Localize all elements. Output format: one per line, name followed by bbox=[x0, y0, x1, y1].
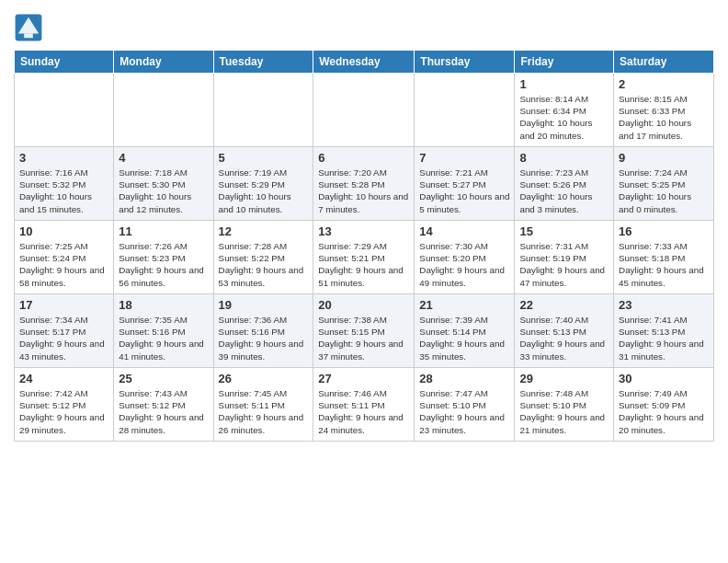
calendar-table: SundayMondayTuesdayWednesdayThursdayFrid… bbox=[14, 50, 714, 442]
day-info: Sunrise: 7:41 AM Sunset: 5:13 PM Dayligh… bbox=[619, 314, 709, 362]
day-number: 17 bbox=[19, 298, 108, 312]
calendar-cell bbox=[114, 74, 213, 147]
day-info: Sunrise: 7:18 AM Sunset: 5:30 PM Dayligh… bbox=[119, 167, 208, 215]
day-info: Sunrise: 7:46 AM Sunset: 5:11 PM Dayligh… bbox=[318, 387, 409, 436]
col-header-thursday: Thursday bbox=[415, 51, 515, 74]
day-info: Sunrise: 7:49 AM Sunset: 5:09 PM Dayligh… bbox=[619, 387, 709, 436]
calendar-cell: 6Sunrise: 7:20 AM Sunset: 5:28 PM Daylig… bbox=[313, 147, 415, 221]
day-number: 9 bbox=[619, 151, 709, 165]
day-number: 21 bbox=[419, 298, 509, 312]
calendar-cell: 2Sunrise: 8:15 AM Sunset: 6:33 PM Daylig… bbox=[614, 74, 714, 147]
calendar-cell: 7Sunrise: 7:21 AM Sunset: 5:27 PM Daylig… bbox=[415, 147, 515, 221]
day-number: 19 bbox=[219, 298, 309, 312]
week-row-2: 3Sunrise: 7:16 AM Sunset: 5:32 PM Daylig… bbox=[15, 147, 714, 221]
day-number: 7 bbox=[419, 151, 509, 165]
day-info: Sunrise: 7:43 AM Sunset: 5:12 PM Dayligh… bbox=[119, 387, 208, 436]
day-number: 22 bbox=[519, 298, 609, 312]
col-header-wednesday: Wednesday bbox=[313, 51, 415, 74]
calendar-cell: 13Sunrise: 7:29 AM Sunset: 5:21 PM Dayli… bbox=[313, 221, 415, 294]
calendar-cell: 12Sunrise: 7:28 AM Sunset: 5:22 PM Dayli… bbox=[213, 221, 313, 294]
day-info: Sunrise: 7:29 AM Sunset: 5:21 PM Dayligh… bbox=[318, 240, 409, 289]
day-info: Sunrise: 7:24 AM Sunset: 5:25 PM Dayligh… bbox=[619, 167, 709, 215]
day-number: 11 bbox=[119, 224, 208, 238]
calendar-cell: 10Sunrise: 7:25 AM Sunset: 5:24 PM Dayli… bbox=[15, 221, 114, 294]
calendar-body: 1Sunrise: 8:14 AM Sunset: 6:34 PM Daylig… bbox=[15, 74, 714, 442]
day-number: 28 bbox=[419, 372, 509, 385]
calendar-cell: 24Sunrise: 7:42 AM Sunset: 5:12 PM Dayli… bbox=[15, 368, 114, 442]
day-number: 15 bbox=[519, 224, 609, 238]
day-number: 8 bbox=[519, 151, 609, 165]
calendar-cell: 30Sunrise: 7:49 AM Sunset: 5:09 PM Dayli… bbox=[614, 368, 714, 442]
week-row-4: 17Sunrise: 7:34 AM Sunset: 5:17 PM Dayli… bbox=[15, 294, 714, 368]
day-number: 27 bbox=[318, 372, 409, 385]
calendar-cell: 11Sunrise: 7:26 AM Sunset: 5:23 PM Dayli… bbox=[114, 221, 213, 294]
calendar-cell: 8Sunrise: 7:23 AM Sunset: 5:26 PM Daylig… bbox=[515, 147, 614, 221]
day-number: 14 bbox=[419, 224, 509, 238]
col-header-sunday: Sunday bbox=[15, 51, 114, 74]
calendar-cell: 27Sunrise: 7:46 AM Sunset: 5:11 PM Dayli… bbox=[313, 368, 415, 442]
day-number: 3 bbox=[19, 151, 108, 165]
calendar-cell: 22Sunrise: 7:40 AM Sunset: 5:13 PM Dayli… bbox=[515, 294, 614, 368]
calendar-cell: 9Sunrise: 7:24 AM Sunset: 5:25 PM Daylig… bbox=[614, 147, 714, 221]
calendar-cell: 15Sunrise: 7:31 AM Sunset: 5:19 PM Dayli… bbox=[515, 221, 614, 294]
day-info: Sunrise: 7:30 AM Sunset: 5:20 PM Dayligh… bbox=[419, 240, 509, 289]
day-number: 6 bbox=[318, 151, 409, 165]
col-header-friday: Friday bbox=[515, 51, 614, 74]
day-info: Sunrise: 7:38 AM Sunset: 5:15 PM Dayligh… bbox=[318, 314, 409, 362]
day-info: Sunrise: 7:48 AM Sunset: 5:10 PM Dayligh… bbox=[519, 387, 609, 436]
day-info: Sunrise: 7:33 AM Sunset: 5:18 PM Dayligh… bbox=[619, 240, 709, 289]
calendar-cell: 14Sunrise: 7:30 AM Sunset: 5:20 PM Dayli… bbox=[415, 221, 515, 294]
day-number: 30 bbox=[619, 372, 709, 385]
day-info: Sunrise: 7:21 AM Sunset: 5:27 PM Dayligh… bbox=[419, 167, 509, 215]
header-row: SundayMondayTuesdayWednesdayThursdayFrid… bbox=[15, 51, 714, 74]
day-number: 25 bbox=[119, 372, 208, 385]
calendar-cell: 29Sunrise: 7:48 AM Sunset: 5:10 PM Dayli… bbox=[515, 368, 614, 442]
calendar-cell: 18Sunrise: 7:35 AM Sunset: 5:16 PM Dayli… bbox=[114, 294, 213, 368]
day-number: 24 bbox=[19, 372, 108, 385]
calendar-cell: 20Sunrise: 7:38 AM Sunset: 5:15 PM Dayli… bbox=[313, 294, 415, 368]
calendar-cell: 16Sunrise: 7:33 AM Sunset: 5:18 PM Dayli… bbox=[614, 221, 714, 294]
day-info: Sunrise: 7:26 AM Sunset: 5:23 PM Dayligh… bbox=[119, 240, 208, 289]
calendar-cell bbox=[415, 74, 515, 147]
day-number: 2 bbox=[619, 77, 709, 91]
calendar-cell: 19Sunrise: 7:36 AM Sunset: 5:16 PM Dayli… bbox=[213, 294, 313, 368]
day-info: Sunrise: 7:39 AM Sunset: 5:14 PM Dayligh… bbox=[419, 314, 509, 362]
day-info: Sunrise: 7:47 AM Sunset: 5:10 PM Dayligh… bbox=[419, 387, 509, 436]
col-header-monday: Monday bbox=[114, 51, 213, 74]
day-info: Sunrise: 7:42 AM Sunset: 5:12 PM Dayligh… bbox=[19, 387, 108, 436]
day-info: Sunrise: 7:25 AM Sunset: 5:24 PM Dayligh… bbox=[19, 240, 108, 289]
col-header-tuesday: Tuesday bbox=[213, 51, 313, 74]
day-info: Sunrise: 7:23 AM Sunset: 5:26 PM Dayligh… bbox=[519, 167, 609, 215]
day-info: Sunrise: 8:14 AM Sunset: 6:34 PM Dayligh… bbox=[519, 93, 609, 142]
svg-rect-2 bbox=[24, 33, 33, 38]
calendar-cell bbox=[15, 74, 114, 147]
calendar-cell: 23Sunrise: 7:41 AM Sunset: 5:13 PM Dayli… bbox=[614, 294, 714, 368]
calendar-cell: 28Sunrise: 7:47 AM Sunset: 5:10 PM Dayli… bbox=[415, 368, 515, 442]
calendar-cell: 1Sunrise: 8:14 AM Sunset: 6:34 PM Daylig… bbox=[515, 74, 614, 147]
calendar-cell bbox=[213, 74, 313, 147]
calendar-cell: 26Sunrise: 7:45 AM Sunset: 5:11 PM Dayli… bbox=[213, 368, 313, 442]
page-header bbox=[14, 9, 714, 42]
day-info: Sunrise: 7:31 AM Sunset: 5:19 PM Dayligh… bbox=[519, 240, 609, 289]
logo-icon bbox=[14, 13, 43, 42]
day-info: Sunrise: 7:34 AM Sunset: 5:17 PM Dayligh… bbox=[19, 314, 108, 362]
day-number: 12 bbox=[219, 224, 309, 238]
day-number: 13 bbox=[318, 224, 409, 238]
day-number: 20 bbox=[318, 298, 409, 312]
day-info: Sunrise: 7:45 AM Sunset: 5:11 PM Dayligh… bbox=[219, 387, 309, 436]
day-info: Sunrise: 7:35 AM Sunset: 5:16 PM Dayligh… bbox=[119, 314, 208, 362]
calendar-cell: 5Sunrise: 7:19 AM Sunset: 5:29 PM Daylig… bbox=[213, 147, 313, 221]
calendar-cell: 3Sunrise: 7:16 AM Sunset: 5:32 PM Daylig… bbox=[15, 147, 114, 221]
day-number: 18 bbox=[119, 298, 208, 312]
day-number: 10 bbox=[19, 224, 108, 238]
week-row-1: 1Sunrise: 8:14 AM Sunset: 6:34 PM Daylig… bbox=[15, 74, 714, 147]
day-info: Sunrise: 7:20 AM Sunset: 5:28 PM Dayligh… bbox=[318, 167, 409, 215]
col-header-saturday: Saturday bbox=[614, 51, 714, 74]
calendar-header: SundayMondayTuesdayWednesdayThursdayFrid… bbox=[15, 51, 714, 74]
day-info: Sunrise: 7:16 AM Sunset: 5:32 PM Dayligh… bbox=[19, 167, 108, 215]
calendar-cell: 17Sunrise: 7:34 AM Sunset: 5:17 PM Dayli… bbox=[15, 294, 114, 368]
day-info: Sunrise: 7:40 AM Sunset: 5:13 PM Dayligh… bbox=[519, 314, 609, 362]
day-number: 5 bbox=[219, 151, 309, 165]
day-info: Sunrise: 8:15 AM Sunset: 6:33 PM Dayligh… bbox=[619, 93, 709, 142]
week-row-5: 24Sunrise: 7:42 AM Sunset: 5:12 PM Dayli… bbox=[15, 368, 714, 442]
